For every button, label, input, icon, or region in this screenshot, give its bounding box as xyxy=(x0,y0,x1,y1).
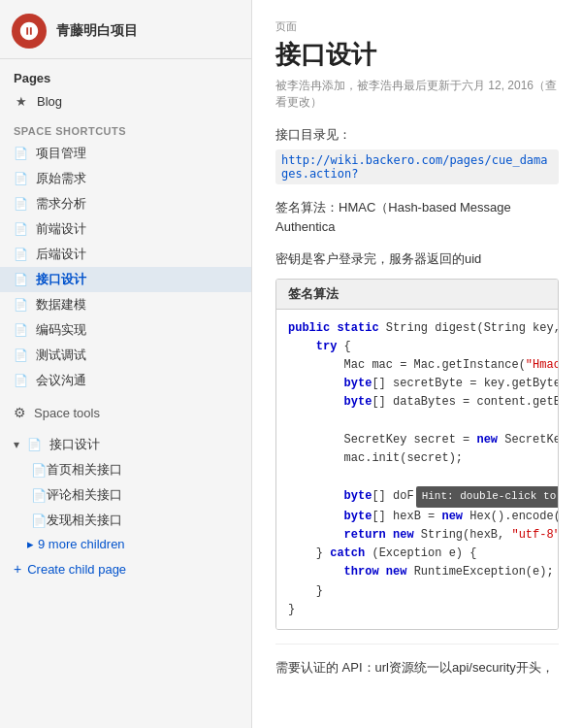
more-children-label: 9 more children xyxy=(38,537,125,551)
code-panel-header: 签名算法 xyxy=(276,280,558,310)
more-children[interactable]: ▸ 9 more children xyxy=(0,533,251,555)
sidebar-logo-area[interactable]: 青藤明白项目 xyxy=(0,0,251,59)
code-line-3: byte[] secretByte = key.getBytes xyxy=(288,375,546,393)
sidebar-item-blog[interactable]: ★ Blog xyxy=(0,89,251,114)
page-icon-9: 📄 xyxy=(14,374,28,387)
shortcut-item-8[interactable]: 📄 测试调试 xyxy=(0,343,251,368)
space-shortcuts-header: SPACE SHORTCUTS xyxy=(0,114,251,141)
tree-child-label-1: 评论相关接口 xyxy=(47,486,122,504)
sidebar: 青藤明白项目 Pages ★ Blog SPACE SHORTCUTS 📄 项目… xyxy=(0,0,252,728)
code-body[interactable]: public static String digest(String key, … xyxy=(276,310,558,629)
tree-child-label-0: 首页相关接口 xyxy=(47,461,122,479)
plus-icon: + xyxy=(14,561,21,577)
shortcut-label-7: 编码实现 xyxy=(36,321,86,339)
shortcut-item-9[interactable]: 📄 会议沟通 xyxy=(0,368,251,393)
shortcut-item-3[interactable]: 📄 前端设计 xyxy=(0,216,251,242)
tooltip: Hint: double-click to select cod xyxy=(416,486,558,508)
main-content: 页面 接口设计 被李浩冉添加，被李浩冉最后更新于六月 12, 2016（查看更改… xyxy=(252,0,582,728)
code-line-7-row: byte[] doF Hint: double-click to select … xyxy=(288,486,546,508)
shortcut-item-0[interactable]: 📄 项目管理 xyxy=(0,141,251,166)
shortcut-label-1: 原始需求 xyxy=(36,170,86,187)
shortcut-item-2[interactable]: 📄 需求分析 xyxy=(0,191,251,216)
page-icon-3: 📄 xyxy=(14,222,28,236)
space-tools[interactable]: ⚙ Space tools xyxy=(0,397,251,428)
sign-text-2: 密钥是客户登录完，服务器返回的uid xyxy=(275,249,559,269)
page-icon-7: 📄 xyxy=(14,323,28,337)
tree-child-2[interactable]: 📄 发现相关接口 xyxy=(0,508,251,533)
create-child-label: Create child page xyxy=(27,562,126,577)
bottom-text: 需要认证的 API：url资源统一以api/security开头， xyxy=(275,658,559,678)
page-icon-4: 📄 xyxy=(14,248,28,261)
tree-root-label: 接口设计 xyxy=(49,436,100,453)
code-line-8: byte[] hexB = new Hex().encode(d xyxy=(288,508,546,526)
code-line-4: byte[] dataBytes = content.getByt xyxy=(288,393,546,412)
code-line-blank-2 xyxy=(288,468,546,486)
page-icon-root: 📄 xyxy=(27,438,42,451)
shortcut-item-7[interactable]: 📄 编码实现 xyxy=(0,317,251,343)
rss-icon: ★ xyxy=(14,94,29,109)
shortcut-label-0: 项目管理 xyxy=(36,145,86,162)
pages-header: Pages xyxy=(0,59,251,89)
logo-title: 青藤明白项目 xyxy=(56,22,138,40)
tree-root[interactable]: ▾ 📄 接口设计 xyxy=(0,432,251,457)
code-line-9: return new String(hexB, "utf-8") xyxy=(288,526,546,545)
tree-child-label-2: 发现相关接口 xyxy=(47,512,122,529)
shortcut-label-5: 接口设计 xyxy=(36,271,86,288)
tree-child-1[interactable]: 📄 评论相关接口 xyxy=(0,482,251,508)
shortcut-label-2: 需求分析 xyxy=(36,195,86,213)
shortcut-label-8: 测试调试 xyxy=(36,347,86,364)
code-line-5: SecretKey secret = new SecretKeyS xyxy=(288,431,546,449)
shortcut-label-3: 前端设计 xyxy=(36,220,86,238)
code-line-blank-1 xyxy=(288,412,546,430)
code-panel: 签名算法 public static String digest(String … xyxy=(275,279,559,630)
tree-child-0[interactable]: 📄 首页相关接口 xyxy=(0,457,251,482)
page-icon-0: 📄 xyxy=(14,147,28,160)
tree-section: ▾ 📄 接口设计 📄 首页相关接口 📄 评论相关接口 📄 发现相关接口 ▸ 9 … xyxy=(0,428,251,584)
code-line-6: mac.init(secret); xyxy=(288,449,546,468)
page-icon-child-2: 📄 xyxy=(31,513,47,528)
shortcut-item-1[interactable]: 📄 原始需求 xyxy=(0,166,251,191)
breadcrumb: 页面 xyxy=(275,19,559,34)
page-icon-5: 📄 xyxy=(14,273,28,286)
shortcut-item-5[interactable]: 📄 接口设计 xyxy=(0,267,251,292)
tree-expand-icon: ▾ xyxy=(14,438,19,451)
shortcut-label-4: 后端设计 xyxy=(36,246,86,263)
code-line-10: } catch (Exception e) { xyxy=(288,545,546,563)
page-meta: 被李浩冉添加，被李浩冉最后更新于六月 12, 2016（查看更改） xyxy=(275,78,559,111)
page-icon-8: 📄 xyxy=(14,348,28,362)
shortcut-label-9: 会议沟通 xyxy=(36,372,86,389)
gear-icon: ⚙ xyxy=(14,405,26,420)
code-line-11: throw new RuntimeException(e); xyxy=(288,563,546,581)
code-line-12: } xyxy=(288,582,546,601)
code-line-2: Mac mac = Mac.getInstance("HmacS xyxy=(288,356,546,375)
logo-icon xyxy=(12,14,47,49)
page-icon-6: 📄 xyxy=(14,298,28,312)
code-line-1: try { xyxy=(288,338,546,356)
space-tools-label: Space tools xyxy=(34,406,100,420)
divider xyxy=(275,644,559,645)
page-icon-child-1: 📄 xyxy=(31,488,47,503)
code-line-13: } xyxy=(288,601,546,619)
sign-text-1: 签名算法：HMAC（Hash-based Message Authentica xyxy=(275,198,559,236)
code-line-0: public static String digest(String key, … xyxy=(288,319,546,338)
shortcut-item-4[interactable]: 📄 后端设计 xyxy=(0,242,251,267)
page-icon-1: 📄 xyxy=(14,172,28,185)
more-children-expand-icon: ▸ xyxy=(27,537,34,551)
page-title: 接口设计 xyxy=(275,38,559,72)
shortcut-item-6[interactable]: 📄 数据建模 xyxy=(0,292,251,317)
blog-label: Blog xyxy=(37,94,62,109)
shortcut-label-6: 数据建模 xyxy=(36,296,86,314)
toc-link[interactable]: http://wiki.backero.com/pages/cue_damage… xyxy=(275,149,559,184)
toc-label: 接口目录见： xyxy=(275,126,559,144)
page-icon-2: 📄 xyxy=(14,197,28,211)
code-line-7: byte[] doF xyxy=(288,487,414,506)
page-icon-child-0: 📄 xyxy=(31,463,47,478)
create-child-page[interactable]: + Create child page xyxy=(0,557,251,580)
